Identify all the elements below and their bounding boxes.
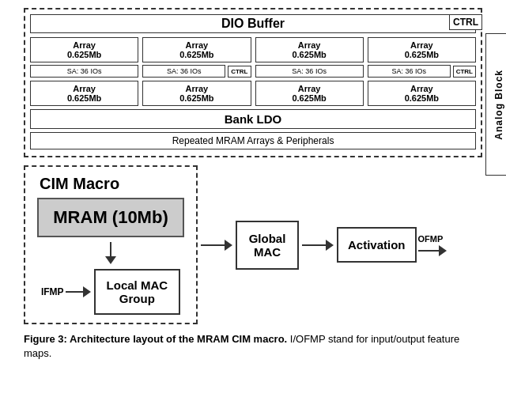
sa-row-0: SA: 36 IOs (30, 65, 138, 78)
cim-macro-box: CIM Macro MRAM (10Mb) IFMP Local MACGrou… (24, 165, 198, 324)
array-group-0: Array0.625Mb SA: 36 IOs (30, 37, 138, 78)
array-group-bot-1: Array0.625Mb (142, 81, 251, 106)
ifmp-arrow-line (66, 291, 83, 293)
global-mac-box: GlobalMAC (236, 221, 299, 270)
mram-down-arrow (105, 242, 116, 264)
ofmp-arrow-head (439, 245, 447, 256)
ifmp-label: IFMP (41, 286, 64, 297)
array-bot-0: Array0.625Mb (30, 81, 138, 106)
ctrl-small-1: CTRL (228, 66, 251, 78)
array-box-2: Array0.625Mb (255, 37, 364, 62)
sa-box-1: SA: 36 IOs (142, 65, 225, 78)
array-bot-1: Array0.625Mb (142, 81, 251, 106)
ctrl-small-3: CTRL (453, 66, 476, 78)
sa-row-1: SA: 36 IOs CTRL (142, 65, 251, 78)
ifmp-arrow-head (83, 286, 91, 297)
array-group-2: Array0.625Mb SA: 36 IOs (255, 37, 364, 78)
sa-row-3: SA: 36 IOs CTRL (368, 65, 476, 78)
flow-row: IFMP Local MACGroup (41, 269, 180, 315)
repeated-mram-label: Repeated MRAM Arrays & Peripherals (30, 132, 476, 149)
figure-caption: Figure 3: Architecture layout of the MRA… (24, 332, 482, 361)
ofmp-area: OFMP (418, 234, 447, 256)
dio-buffer-title: DIO Buffer (30, 14, 476, 33)
sa-box-3: SA: 36 IOs (368, 65, 451, 78)
caption-bold: Figure 3: Architecture layout of the MRA… (24, 333, 287, 345)
array-box-1: Array0.625Mb (142, 37, 251, 62)
array-bot-2: Array0.625Mb (255, 81, 364, 106)
array-group-3: Array0.625Mb SA: 36 IOs CTRL (368, 37, 476, 78)
array-group-bot-2: Array0.625Mb (255, 81, 364, 106)
local-to-global-arrow (201, 240, 232, 251)
cim-macro-label: CIM Macro (40, 175, 119, 193)
global-to-activation-arrow (302, 240, 334, 251)
arrow-down-line (110, 242, 111, 256)
ofmp-arrow-line (418, 250, 439, 252)
page-container: CTRL DIO Buffer Array0.625Mb SA: 36 IOs … (0, 0, 506, 420)
h-arrow-line-2 (302, 244, 326, 246)
analog-block-label: Analog Block (493, 70, 504, 140)
array-box-3: Array0.625Mb (368, 37, 476, 62)
bottom-arrays-row: Array0.625Mb Array0.625Mb Array0.625Mb A… (30, 81, 476, 106)
bank-ldo-label: Bank LDO (30, 109, 476, 129)
sa-row-2: SA: 36 IOs (255, 65, 364, 78)
arrow-down-head (105, 256, 116, 264)
activation-box: Activation (337, 227, 417, 263)
ofmp-label: OFMP (418, 234, 444, 244)
ctrl-label: CTRL (449, 14, 482, 30)
ofmp-arrow (418, 245, 447, 256)
array-group-bot-0: Array0.625Mb (30, 81, 138, 106)
array-bot-3: Array0.625Mb (368, 81, 476, 106)
sa-box-0: SA: 36 IOs (30, 65, 138, 78)
array-box-0: Array0.625Mb (30, 37, 138, 62)
sa-box-2: SA: 36 IOs (255, 65, 364, 78)
top-diagram: CTRL DIO Buffer Array0.625Mb SA: 36 IOs … (24, 8, 482, 157)
local-mac-box: Local MACGroup (94, 269, 181, 315)
array-group-1: Array0.625Mb SA: 36 IOs CTRL (142, 37, 251, 78)
top-arrays-row: Array0.625Mb SA: 36 IOs Array0.625Mb SA:… (30, 37, 476, 78)
mram-box: MRAM (10Mb) (37, 198, 183, 237)
ifmp-area: IFMP (41, 286, 91, 297)
h-arrow-head-2 (326, 240, 334, 251)
analog-block: Analog Block (485, 33, 506, 176)
h-arrow-head-1 (225, 240, 232, 251)
bottom-diagram: CIM Macro MRAM (10Mb) IFMP Local MACGrou… (24, 165, 482, 324)
array-group-bot-3: Array0.625Mb (368, 81, 476, 106)
h-arrow-line-1 (201, 244, 225, 246)
